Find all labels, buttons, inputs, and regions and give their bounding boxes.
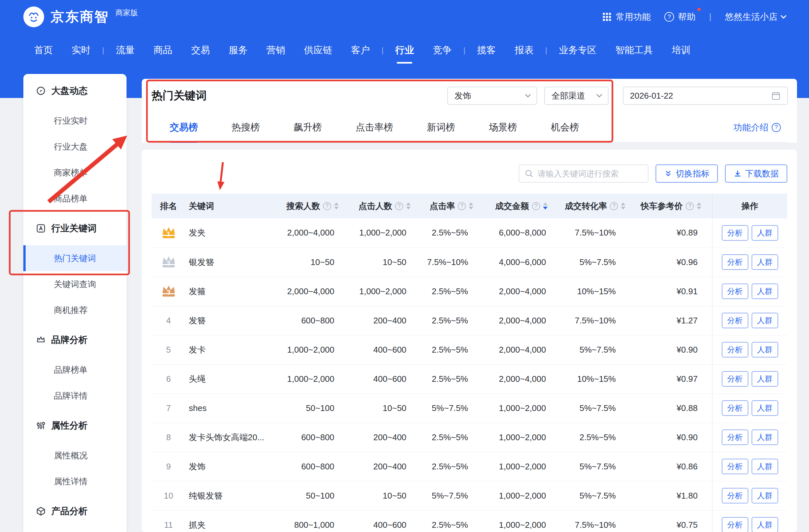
column-header-点击人数[interactable]: 点击人数? bbox=[349, 194, 421, 218]
info-icon[interactable]: ? bbox=[395, 202, 403, 210]
audience-button[interactable]: 人群 bbox=[752, 342, 778, 358]
sidebar-item-商品榜单[interactable]: 商品榜单 bbox=[23, 186, 126, 211]
main-nav: 首页实时|流量商品交易服务营销供应链客户|行业竞争|揽客报表|业务专区智能工具培… bbox=[0, 33, 809, 67]
nav-item-客户[interactable]: 客户 bbox=[342, 33, 379, 67]
sidebar-item-品牌榜单[interactable]: 品牌榜单 bbox=[23, 357, 126, 383]
nav-item-流量[interactable]: 流量 bbox=[106, 33, 144, 67]
nav-item-实时[interactable]: 实时 bbox=[62, 33, 100, 67]
help-button[interactable]: ? 帮助 bbox=[664, 11, 695, 23]
calendar-icon bbox=[771, 91, 781, 101]
nav-item-报表[interactable]: 报表 bbox=[505, 33, 543, 67]
sidebar-item-属性详情[interactable]: 属性详情 bbox=[23, 468, 126, 494]
sidebar-item-热门关键词[interactable]: 热门关键词 bbox=[23, 245, 126, 271]
date-picker[interactable]: 2026-01-22 bbox=[623, 87, 788, 105]
quick-menu-button[interactable]: 常用功能 bbox=[602, 11, 651, 23]
tab-机会榜[interactable]: 机会榜 bbox=[551, 113, 579, 142]
switch-metric-button[interactable]: 切换指标 bbox=[656, 165, 718, 183]
tab-热搜榜[interactable]: 热搜榜 bbox=[231, 113, 260, 142]
sidebar-item-行业大盘[interactable]: 行业大盘 bbox=[23, 134, 126, 160]
audience-button[interactable]: 人群 bbox=[752, 488, 778, 503]
store-switcher[interactable]: 悠然生活小店 bbox=[725, 11, 786, 23]
audience-button[interactable]: 人群 bbox=[752, 284, 778, 299]
sidebar-section-产品分析[interactable]: 产品分析 bbox=[23, 494, 126, 528]
analyze-button[interactable]: 分析 bbox=[722, 225, 748, 241]
download-data-button[interactable]: 下载数据 bbox=[725, 165, 787, 183]
tab-点击率榜[interactable]: 点击率榜 bbox=[356, 113, 393, 142]
nav-item-首页[interactable]: 首页 bbox=[25, 33, 62, 67]
column-header-搜索人数[interactable]: 搜索人数? bbox=[276, 194, 348, 218]
analyze-button[interactable]: 分析 bbox=[722, 488, 748, 503]
analyze-button[interactable]: 分析 bbox=[722, 400, 748, 416]
sidebar-item-品牌详情[interactable]: 品牌详情 bbox=[23, 383, 126, 409]
sidebar-section-大盘动态[interactable]: 大盘动态 bbox=[23, 74, 126, 108]
audience-button[interactable]: 人群 bbox=[752, 371, 778, 387]
search-users-cell: 1,000~2,000 bbox=[276, 335, 348, 364]
nav-item-行业[interactable]: 行业 bbox=[386, 33, 423, 67]
analyze-button[interactable]: 分析 bbox=[722, 371, 748, 387]
info-icon[interactable]: ? bbox=[686, 202, 694, 210]
info-icon[interactable]: ? bbox=[323, 202, 331, 210]
nav-item-营销[interactable]: 营销 bbox=[257, 33, 294, 67]
ctr-cell: 2.5%~5% bbox=[421, 335, 482, 364]
sidebar-item-行业实时[interactable]: 行业实时 bbox=[23, 108, 126, 134]
nav-item-竞争[interactable]: 竞争 bbox=[423, 33, 461, 67]
audience-button[interactable]: 人群 bbox=[752, 459, 778, 474]
keyword-search-input[interactable] bbox=[537, 169, 642, 178]
info-icon[interactable]: ? bbox=[458, 202, 466, 210]
channel-select[interactable]: 全部渠道 bbox=[544, 87, 608, 105]
analyze-button[interactable]: 分析 bbox=[722, 284, 748, 299]
sidebar-section-属性分析[interactable]: 属性分析 bbox=[23, 409, 126, 443]
sidebar-item-属性概况[interactable]: 属性概况 bbox=[23, 443, 126, 468]
tab-飙升榜[interactable]: 飙升榜 bbox=[294, 113, 322, 142]
keyword-search-box[interactable] bbox=[519, 165, 649, 183]
nav-item-供应链[interactable]: 供应链 bbox=[294, 33, 342, 67]
gmv-cell: 1,000~2,000 bbox=[482, 481, 560, 510]
audience-button[interactable]: 人群 bbox=[752, 429, 778, 445]
tab-新词榜[interactable]: 新词榜 bbox=[427, 113, 455, 142]
box-icon bbox=[36, 506, 46, 516]
analyze-button[interactable]: 分析 bbox=[722, 459, 748, 474]
sidebar-section-品牌分析[interactable]: 品牌分析 bbox=[23, 323, 126, 357]
keyword-cell: shes bbox=[186, 394, 276, 423]
audience-button[interactable]: 人群 bbox=[752, 400, 778, 416]
sidebar-item-商家榜单[interactable]: 商家榜单 bbox=[23, 160, 126, 186]
sort-icon[interactable] bbox=[334, 202, 339, 209]
nav-item-商品[interactable]: 商品 bbox=[144, 33, 182, 67]
nav-item-交易[interactable]: 交易 bbox=[182, 33, 219, 67]
column-header-成交转化率[interactable]: 成交转化率? bbox=[560, 194, 630, 218]
sidebar-section-行业关键词[interactable]: 行业关键词 bbox=[23, 211, 126, 245]
info-icon[interactable]: ? bbox=[532, 202, 540, 210]
analyze-button[interactable]: 分析 bbox=[722, 429, 748, 445]
tab-场景榜[interactable]: 场景榜 bbox=[489, 113, 517, 142]
nav-divider: | bbox=[461, 46, 467, 55]
column-header-成交金额[interactable]: 成交金额? bbox=[482, 194, 560, 218]
sort-icon[interactable] bbox=[697, 202, 701, 209]
nav-item-服务[interactable]: 服务 bbox=[219, 33, 257, 67]
column-header-点击率[interactable]: 点击率? bbox=[421, 194, 482, 218]
audience-button[interactable]: 人群 bbox=[752, 225, 778, 241]
sort-icon[interactable] bbox=[621, 202, 625, 209]
nav-item-业务专区[interactable]: 业务专区 bbox=[550, 33, 606, 67]
nav-item-培训[interactable]: 培训 bbox=[662, 33, 700, 67]
info-icon[interactable]: ? bbox=[610, 202, 618, 210]
column-header-快车参考价[interactable]: 快车参考价? bbox=[630, 194, 712, 218]
tab-交易榜[interactable]: 交易榜 bbox=[170, 113, 198, 142]
analyze-button[interactable]: 分析 bbox=[722, 254, 748, 270]
analyze-button[interactable]: 分析 bbox=[722, 342, 748, 358]
sort-icon[interactable] bbox=[469, 202, 473, 209]
rank-cell: 2 bbox=[152, 247, 186, 277]
sort-icon[interactable] bbox=[543, 202, 548, 209]
audience-button[interactable]: 人群 bbox=[752, 254, 778, 270]
category-select[interactable]: 发饰 bbox=[447, 87, 537, 105]
feature-intro-link[interactable]: 功能介绍 ? bbox=[734, 122, 788, 133]
audience-button[interactable]: 人群 bbox=[752, 517, 778, 532]
nav-item-智能工具[interactable]: 智能工具 bbox=[606, 33, 662, 67]
sort-icon[interactable] bbox=[406, 202, 411, 209]
table-row: 4发簪600~800200~4002.5%~5%2,000~4,0007.5%~… bbox=[152, 306, 787, 335]
analyze-button[interactable]: 分析 bbox=[722, 517, 748, 532]
audience-button[interactable]: 人群 bbox=[752, 313, 778, 328]
sidebar-item-关键词查询[interactable]: 关键词查询 bbox=[23, 271, 126, 297]
nav-item-揽客[interactable]: 揽客 bbox=[468, 33, 505, 67]
analyze-button[interactable]: 分析 bbox=[722, 313, 748, 328]
sidebar-item-商机推荐[interactable]: 商机推荐 bbox=[23, 297, 126, 323]
